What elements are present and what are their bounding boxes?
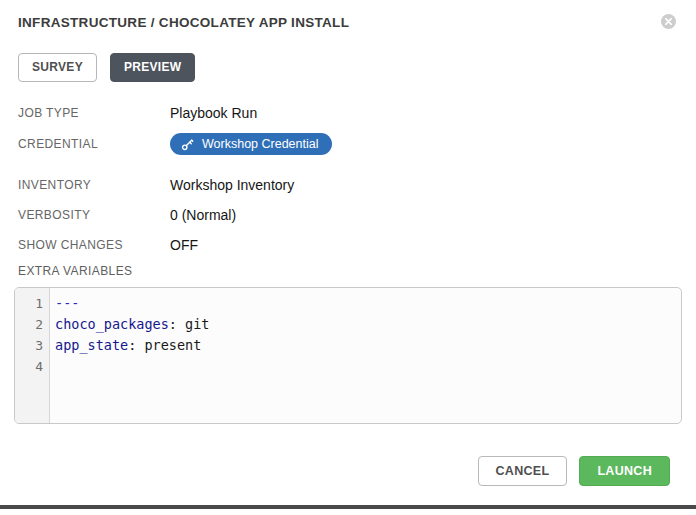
- yaml-value: present: [136, 337, 201, 353]
- inventory-label: INVENTORY: [18, 178, 170, 192]
- tab-survey[interactable]: SURVEY: [18, 53, 97, 82]
- code-line-4: [55, 356, 681, 377]
- modal-header: INFRASTRUCTURE / CHOCOLATEY APP INSTALL: [18, 15, 678, 31]
- extra-variables-editor[interactable]: 1 2 3 4 --- choco_packages: git app_stat…: [14, 287, 682, 424]
- job-type-value: Playbook Run: [170, 105, 257, 121]
- close-icon[interactable]: [661, 14, 676, 29]
- field-row-inventory: INVENTORY Workshop Inventory: [18, 174, 682, 196]
- yaml-key: app_state: [55, 337, 128, 353]
- modal-footer: CANCEL LAUNCH: [14, 456, 682, 486]
- field-row-show-changes: SHOW CHANGES OFF: [18, 234, 682, 256]
- credential-badge-label: Workshop Credential: [202, 137, 319, 151]
- window-bottom-edge: [0, 505, 696, 509]
- yaml-separator: :: [169, 316, 177, 332]
- code-line-2: choco_packages: git: [55, 314, 681, 335]
- yaml-key: choco_packages: [55, 316, 169, 332]
- yaml-doc-marker: ---: [55, 295, 79, 311]
- field-row-job-type: JOB TYPE Playbook Run: [18, 102, 682, 124]
- editor-line-number-gutter: 1 2 3 4: [15, 288, 50, 423]
- show-changes-label: SHOW CHANGES: [18, 238, 170, 252]
- tab-bar: SURVEY PREVIEW: [18, 53, 682, 82]
- credential-label: CREDENTIAL: [18, 137, 170, 151]
- launch-button[interactable]: LAUNCH: [579, 456, 670, 486]
- line-number: 3: [15, 335, 49, 356]
- job-launch-preview-modal: INFRASTRUCTURE / CHOCOLATEY APP INSTALL …: [0, 0, 696, 515]
- line-number: 1: [15, 293, 49, 314]
- verbosity-label: VERBOSITY: [18, 208, 170, 222]
- key-icon: [181, 138, 194, 151]
- code-line-1: ---: [55, 293, 681, 314]
- editor-code-area[interactable]: --- choco_packages: git app_state: prese…: [50, 288, 681, 423]
- job-type-label: JOB TYPE: [18, 106, 170, 120]
- verbosity-value: 0 (Normal): [170, 207, 236, 223]
- tab-preview[interactable]: PREVIEW: [110, 53, 195, 82]
- show-changes-value: OFF: [170, 237, 198, 253]
- line-number: 4: [15, 356, 49, 377]
- modal-title: INFRASTRUCTURE / CHOCOLATEY APP INSTALL: [18, 15, 678, 31]
- yaml-value: git: [177, 316, 210, 332]
- field-row-credential: CREDENTIAL Workshop Credential: [18, 132, 682, 156]
- job-detail-fields: JOB TYPE Playbook Run CREDENTIAL Wor: [18, 102, 682, 256]
- field-row-verbosity: VERBOSITY 0 (Normal): [18, 204, 682, 226]
- cancel-button[interactable]: CANCEL: [478, 456, 568, 486]
- line-number: 2: [15, 314, 49, 335]
- inventory-value: Workshop Inventory: [170, 177, 294, 193]
- code-line-3: app_state: present: [55, 335, 681, 356]
- extra-variables-label: EXTRA VARIABLES: [18, 264, 682, 279]
- credential-badge[interactable]: Workshop Credential: [170, 133, 332, 155]
